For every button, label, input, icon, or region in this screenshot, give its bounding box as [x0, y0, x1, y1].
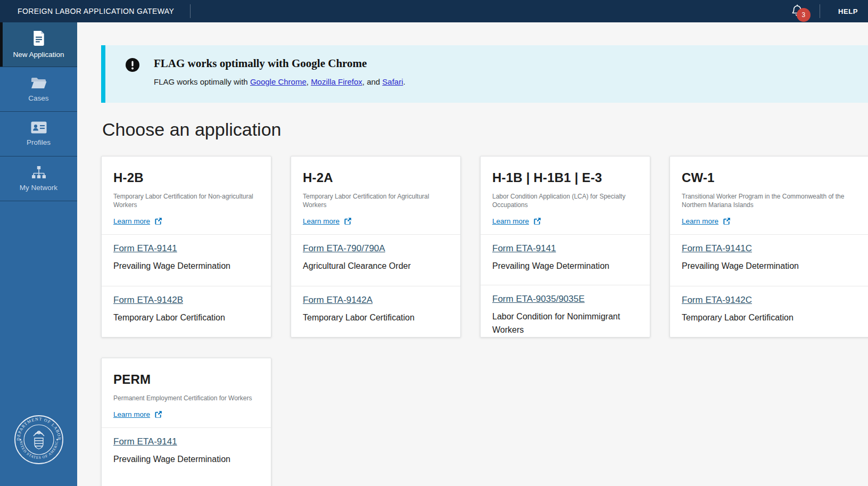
- card-subtitle: Temporary Labor Certification for Non-ag…: [113, 192, 259, 209]
- id-card-icon: [31, 121, 47, 134]
- seal-eagle: [34, 431, 44, 449]
- alert-text-segment: FLAG works optimally with: [154, 77, 250, 86]
- sidebar-item-label: Profiles: [27, 138, 51, 146]
- form-link[interactable]: Form ETA-9035/9035E: [492, 294, 585, 304]
- form-option: Form ETA-790/790A Agricultural Clearance…: [291, 235, 460, 285]
- form-option: Form ETA-9141 Prevailing Wage Determinat…: [481, 235, 650, 284]
- sidebar-item-label: My Network: [20, 184, 57, 192]
- sidebar-item-label: Cases: [28, 94, 48, 102]
- alert-text-segment: , and: [362, 77, 383, 86]
- card-title: H-2A: [303, 170, 449, 185]
- learn-more-link[interactable]: Learn more: [492, 217, 541, 225]
- sitemap-icon: [31, 166, 46, 179]
- card-subtitle: Temporary Labor Certification for Agricu…: [303, 192, 449, 209]
- form-description: Prevailing Wage Determination: [492, 259, 632, 273]
- form-description: Prevailing Wage Determination: [682, 259, 821, 273]
- form-option: Form ETA-9035/9035E Labor Condition for …: [481, 285, 650, 337]
- sidebar-item-my-network[interactable]: My Network: [0, 156, 77, 201]
- application-card-h2a: H-2A Temporary Labor Certification for A…: [291, 156, 461, 337]
- form-description: Labor Condition for Nonimmigrant Workers: [492, 310, 632, 337]
- alert-title: FLAG works optimally with Google Chrome: [154, 57, 406, 70]
- form-option: Form ETA-9141 Prevailing Wage Determinat…: [102, 428, 271, 486]
- learn-more-label: Learn more: [492, 217, 529, 225]
- application-cards: H-2B Temporary Labor Certification for N…: [101, 156, 868, 486]
- learn-more-link[interactable]: Learn more: [113, 217, 162, 225]
- learn-more-label: Learn more: [113, 217, 150, 225]
- form-description: Agricultural Clearance Order: [303, 259, 442, 273]
- document-icon: [32, 31, 45, 46]
- form-description: Prevailing Wage Determination: [113, 259, 253, 273]
- learn-more-link[interactable]: Learn more: [113, 410, 162, 418]
- alert-text-segment: .: [403, 77, 406, 86]
- learn-more-label: Learn more: [303, 217, 340, 225]
- folder-icon: [31, 77, 47, 89]
- safari-link[interactable]: Safari: [382, 77, 403, 86]
- card-title: H-2B: [113, 170, 259, 185]
- top-bar: FOREIGN LABOR APPLICATION GATEWAY 3 HELP: [0, 0, 868, 22]
- card-header: H-2A Temporary Labor Certification for A…: [291, 156, 460, 235]
- topbar-divider: [190, 4, 191, 18]
- card-title: PERM: [113, 372, 259, 387]
- learn-more-label: Learn more: [682, 217, 718, 225]
- app-title: FOREIGN LABOR APPLICATION GATEWAY: [18, 7, 174, 15]
- learn-more-label: Learn more: [113, 410, 150, 418]
- form-link[interactable]: Form ETA-9142A: [303, 295, 373, 305]
- card-subtitle: Permanent Employment Certification for W…: [113, 394, 259, 402]
- card-title: CW-1: [682, 170, 868, 185]
- sidebar-item-new-application[interactable]: New Application: [0, 22, 77, 67]
- form-option: Form ETA-9141 Prevailing Wage Determinat…: [102, 235, 271, 285]
- main-content: FLAG works optimally with Google Chrome …: [77, 22, 868, 486]
- notifications-button[interactable]: 3: [791, 4, 804, 19]
- browser-alert: FLAG works optimally with Google Chrome …: [101, 45, 868, 103]
- seal-top-text: DEPARTMENT OF LABOR: [15, 417, 61, 441]
- application-card-perm: PERM Permanent Employment Certification …: [101, 358, 271, 486]
- application-card-h1b: H-1B | H-1B1 | E-3 Labor Condition Appli…: [480, 156, 650, 337]
- notification-badge: 3: [797, 8, 811, 22]
- card-title: H-1B | H-1B1 | E-3: [492, 170, 638, 185]
- form-option: Form ETA-9142A Temporary Labor Certifica…: [291, 286, 460, 337]
- external-link-icon: [154, 217, 162, 225]
- info-exclamation-icon: [126, 58, 139, 72]
- form-link[interactable]: Form ETA-9141: [113, 436, 177, 447]
- form-description: Temporary Labor Certification: [113, 311, 253, 325]
- mozilla-firefox-link[interactable]: Mozilla Firefox: [311, 77, 362, 86]
- card-header: H-1B | H-1B1 | E-3 Labor Condition Appli…: [481, 156, 650, 235]
- sidebar-item-profiles[interactable]: Profiles: [0, 112, 77, 156]
- card-header: H-2B Temporary Labor Certification for N…: [102, 156, 271, 235]
- form-description: Prevailing Wage Determination: [113, 452, 253, 466]
- topbar-right: 3 HELP: [791, 4, 858, 19]
- external-link-icon: [533, 217, 541, 225]
- form-description: Temporary Labor Certification: [682, 311, 821, 325]
- form-link[interactable]: Form ETA-9141: [492, 243, 556, 253]
- topbar-divider: [820, 4, 820, 18]
- help-link[interactable]: HELP: [838, 7, 858, 15]
- card-header: CW-1 Transitional Worker Program in the …: [670, 156, 868, 235]
- card-subtitle: Transitional Worker Program in the Commo…: [682, 192, 846, 209]
- dol-seal: DEPARTMENT OF LABOR UNITED STATES OF AME…: [14, 415, 64, 467]
- card-header: PERM Permanent Employment Certification …: [102, 358, 271, 428]
- form-link[interactable]: Form ETA-9142C: [682, 295, 752, 305]
- form-link[interactable]: Form ETA-790/790A: [303, 243, 385, 253]
- application-card-h2b: H-2B Temporary Labor Certification for N…: [101, 156, 271, 337]
- learn-more-link[interactable]: Learn more: [682, 217, 731, 225]
- form-option: Form ETA-9142B Temporary Labor Certifica…: [102, 286, 271, 337]
- alert-body: FLAG works optimally with Google Chrome,…: [154, 77, 406, 86]
- sidebar-item-cases[interactable]: Cases: [0, 67, 77, 112]
- google-chrome-link[interactable]: Google Chrome: [250, 77, 307, 86]
- application-card-cw1: CW-1 Transitional Worker Program in the …: [669, 156, 868, 337]
- external-link-icon: [723, 217, 731, 225]
- page-title: Choose an application: [102, 119, 868, 140]
- svg-text:DEPARTMENT OF LABOR: DEPARTMENT OF LABOR: [15, 417, 61, 441]
- learn-more-link[interactable]: Learn more: [303, 217, 352, 225]
- form-option: Form ETA-9142C Temporary Labor Certifica…: [670, 286, 868, 337]
- form-link[interactable]: Form ETA-9141C: [682, 243, 752, 253]
- external-link-icon: [154, 410, 162, 418]
- sidebar: New Application Cases Profiles: [0, 22, 77, 486]
- alert-text-segment: ,: [307, 77, 311, 86]
- card-subtitle: Labor Condition Application (LCA) for Sp…: [492, 192, 638, 209]
- form-link[interactable]: Form ETA-9141: [113, 243, 177, 253]
- form-link[interactable]: Form ETA-9142B: [113, 295, 183, 305]
- external-link-icon: [344, 217, 352, 225]
- form-description: Temporary Labor Certification: [303, 311, 442, 325]
- form-option: Form ETA-9141C Prevailing Wage Determina…: [670, 235, 868, 285]
